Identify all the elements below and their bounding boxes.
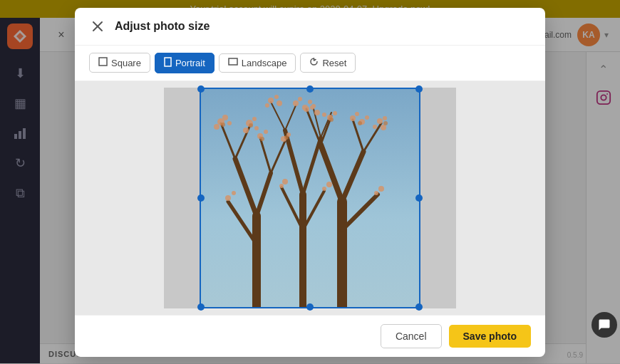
svg-point-85 — [260, 137, 264, 141]
square-button[interactable]: Square — [89, 53, 150, 73]
svg-point-76 — [232, 191, 236, 195]
reset-label: Reset — [322, 58, 346, 68]
modal-footer: Cancel Save photo — [75, 315, 545, 357]
svg-rect-11 — [165, 58, 171, 66]
modal-toolbar: Square Portrait Landscape — [75, 46, 545, 81]
portrait-icon — [164, 57, 172, 69]
photo-side-right — [420, 88, 456, 308]
svg-point-42 — [214, 124, 219, 130]
square-label: Square — [111, 58, 141, 68]
svg-point-80 — [326, 182, 332, 187]
svg-point-83 — [221, 123, 225, 127]
svg-rect-10 — [99, 58, 107, 66]
svg-point-64 — [333, 111, 337, 115]
reset-button[interactable]: Reset — [300, 53, 356, 73]
svg-point-54 — [277, 100, 282, 106]
modal-title: Adjust photo size — [115, 20, 210, 33]
svg-point-86 — [284, 135, 289, 140]
svg-point-84 — [249, 123, 253, 128]
square-icon — [98, 57, 108, 68]
svg-point-77 — [279, 184, 284, 188]
portrait-button[interactable]: Portrait — [155, 53, 215, 73]
svg-point-48 — [264, 130, 268, 134]
svg-point-87 — [329, 118, 334, 122]
svg-point-88 — [358, 121, 362, 125]
svg-point-66 — [310, 105, 314, 110]
photo-side-left — [164, 88, 200, 308]
svg-point-58 — [308, 100, 312, 104]
photo-container — [200, 88, 420, 308]
svg-point-62 — [322, 113, 326, 117]
modal-close-button[interactable] — [89, 18, 106, 35]
svg-point-51 — [268, 98, 274, 103]
svg-point-89 — [383, 121, 388, 125]
svg-point-73 — [373, 125, 377, 129]
svg-point-71 — [377, 118, 383, 124]
svg-point-52 — [274, 95, 279, 99]
svg-point-44 — [252, 117, 257, 121]
landscape-label: Landscape — [242, 58, 287, 68]
svg-point-65 — [304, 107, 309, 111]
svg-point-79 — [322, 187, 326, 191]
svg-point-82 — [378, 186, 384, 192]
landscape-icon — [228, 58, 238, 68]
modal-dialog: Adjust photo size Square Portrait — [75, 8, 545, 357]
svg-point-68 — [355, 112, 359, 116]
modal-header: Adjust photo size — [75, 8, 545, 46]
svg-point-40 — [222, 115, 228, 120]
portrait-label: Portrait — [175, 58, 205, 68]
svg-point-61 — [314, 110, 320, 115]
svg-point-41 — [227, 121, 232, 125]
svg-point-75 — [225, 195, 231, 201]
svg-point-53 — [265, 103, 269, 108]
photo-outer — [164, 88, 456, 308]
chat-bubble[interactable] — [591, 312, 617, 338]
landscape-button[interactable]: Landscape — [219, 53, 296, 73]
save-photo-button[interactable]: Save photo — [449, 325, 531, 348]
svg-point-67 — [350, 115, 356, 121]
modal-overlay[interactable]: Adjust photo size Square Portrait — [0, 0, 620, 364]
svg-point-78 — [282, 179, 288, 184]
cancel-button[interactable]: Cancel — [381, 324, 442, 348]
photo-area — [75, 81, 545, 315]
svg-point-81 — [374, 191, 378, 195]
svg-point-74 — [381, 125, 386, 130]
svg-rect-12 — [229, 58, 237, 65]
svg-point-46 — [254, 126, 259, 130]
svg-point-56 — [298, 97, 302, 101]
svg-point-55 — [293, 100, 299, 106]
reset-icon — [309, 57, 319, 68]
photo-image — [200, 88, 420, 308]
svg-point-45 — [243, 128, 249, 133]
svg-point-70 — [365, 115, 369, 120]
svg-point-72 — [383, 116, 387, 120]
